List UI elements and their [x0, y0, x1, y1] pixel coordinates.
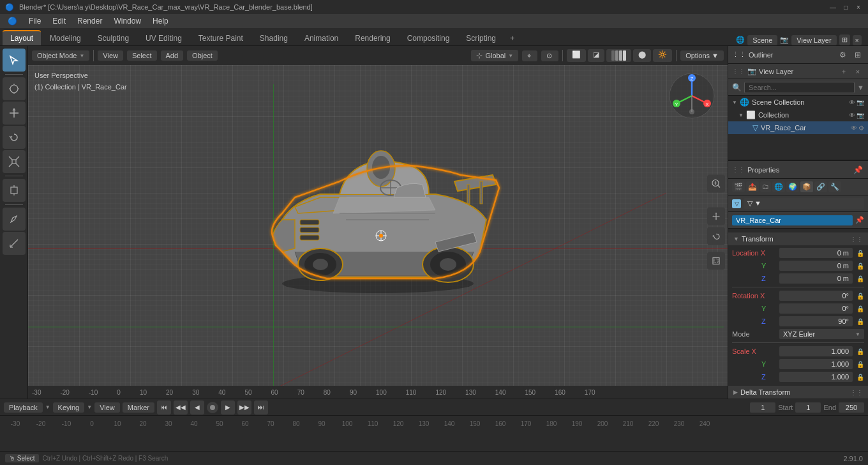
cursor-tool-btn[interactable] — [3, 77, 26, 100]
menu-help[interactable]: Help — [147, 15, 174, 27]
menu-file[interactable]: File — [24, 15, 46, 27]
props-mode-output[interactable]: 📤 — [746, 181, 759, 192]
menu-blender[interactable]: 🔵 — [3, 15, 22, 27]
xray-btn[interactable]: ◪ — [588, 49, 604, 62]
orbit-btn[interactable] — [707, 227, 725, 245]
location-y-val[interactable]: 0 m — [779, 261, 853, 271]
vr-race-car-item[interactable]: ▶ ▽ VR_Race_Car 👁 ⚙ — [728, 121, 868, 134]
location-x-lock[interactable]: 🔒 — [857, 250, 864, 257]
wireframe-btn[interactable] — [606, 49, 631, 62]
scene-selector[interactable]: Scene — [747, 35, 777, 45]
tab-modeling[interactable]: Modeling — [42, 31, 89, 45]
scale-y-val[interactable]: 1.000 — [779, 359, 853, 369]
annotate-tool-btn[interactable] — [3, 208, 26, 231]
view-layer-add-btn[interactable]: + — [837, 65, 850, 78]
scene-collection-item[interactable]: ▼ 🌐 Scene Collection 👁 📷 — [728, 96, 868, 109]
tab-uv-editing[interactable]: UV Editing — [138, 31, 190, 45]
close-btn[interactable]: × — [854, 3, 863, 11]
rotation-x-lock[interactable]: 🔒 — [857, 293, 864, 300]
current-frame-input[interactable] — [750, 402, 775, 413]
props-mode-viewlayer[interactable]: 🗂 — [760, 181, 771, 192]
scale-x-lock[interactable]: 🔒 — [857, 348, 864, 355]
transform-section-header[interactable]: ▼ Transform ⋮⋮ — [728, 232, 868, 245]
timeline-view-menu[interactable]: View — [94, 402, 120, 413]
marker-menu[interactable]: Marker — [123, 402, 154, 413]
close-scene-btn[interactable]: × — [853, 35, 862, 45]
tab-layout[interactable]: Layout — [3, 30, 41, 45]
scale-z-val[interactable]: 1.000 — [779, 372, 853, 382]
rotation-x-val[interactable]: 0° — [779, 291, 853, 301]
add-workspace-btn[interactable]: + — [505, 31, 520, 45]
snap-btn[interactable]: ⌖ — [522, 50, 537, 61]
delta-options-icon[interactable]: ⋮⋮ — [850, 389, 863, 396]
viewport[interactable]: Object Mode ▼ View Select Add Object ⊹ G… — [28, 46, 728, 399]
object-menu[interactable]: Object — [187, 50, 218, 61]
select-menu[interactable]: Select — [127, 50, 157, 61]
rotation-z-val[interactable]: 90° — [779, 316, 853, 326]
measure-tool-btn[interactable] — [3, 232, 26, 255]
play-reverse-btn[interactable]: ◀ — [190, 400, 204, 415]
props-mode-object[interactable]: 📦 — [800, 181, 813, 192]
render-region-btn[interactable] — [707, 252, 725, 270]
jump-start-btn[interactable]: ⏮ — [157, 400, 171, 415]
collection-item[interactable]: ▼ ⬜ Collection 👁 📷 — [728, 109, 868, 121]
add-menu[interactable]: Add — [161, 50, 184, 61]
props-pin-btn[interactable]: 📌 — [851, 164, 864, 176]
object-name-display[interactable]: VR_Race_Car — [732, 215, 853, 225]
scene-col-visible[interactable]: 👁 — [849, 99, 855, 106]
render-preview-btn[interactable]: 🔆 — [653, 49, 672, 62]
menu-edit[interactable]: Edit — [47, 15, 71, 27]
location-z-lock[interactable]: 🔒 — [857, 275, 864, 282]
props-mode-constraints[interactable]: 🔗 — [814, 181, 827, 192]
transform-tool-btn[interactable] — [3, 179, 26, 202]
select-tool-btn[interactable] — [3, 49, 26, 72]
props-mode-scene[interactable]: 🌐 — [772, 181, 785, 192]
transform-options-icon[interactable]: ⋮⋮ — [850, 236, 863, 243]
end-frame-input[interactable] — [839, 402, 864, 413]
move-tool-btn[interactable] — [3, 102, 26, 125]
maximize-btn[interactable]: □ — [841, 3, 850, 11]
scale-tool-btn[interactable] — [3, 150, 26, 173]
menu-render[interactable]: Render — [72, 15, 107, 27]
material-preview-btn[interactable]: ⬤ — [633, 49, 651, 62]
tab-shading[interactable]: Shading — [252, 31, 296, 45]
tab-rendering[interactable]: Rendering — [347, 31, 398, 45]
proportional-btn[interactable]: ⊙ — [541, 50, 558, 61]
location-z-val[interactable]: 0 m — [779, 273, 853, 284]
transform-dropdown[interactable]: ⊹ Global ▼ — [471, 50, 518, 61]
tab-animation[interactable]: Animation — [297, 31, 346, 45]
col-render[interactable]: 📷 — [857, 112, 864, 119]
move-viewport-btn[interactable] — [707, 208, 725, 225]
outliner-filter-icon[interactable]: ▼ — [857, 84, 864, 91]
delta-transform-header[interactable]: ▶ Delta Transform ⋮⋮ — [728, 386, 868, 399]
props-mode-modifier[interactable]: 🔧 — [828, 181, 841, 192]
playback-menu[interactable]: Playback — [4, 402, 43, 413]
jump-end-btn[interactable]: ⏭ — [254, 400, 268, 415]
rotation-mode-dropdown[interactable]: XYZ Euler ▼ — [779, 329, 864, 339]
tab-texture-paint[interactable]: Texture Paint — [191, 31, 251, 45]
play-btn[interactable]: ▶ — [221, 400, 235, 415]
object-type-selector[interactable]: ▽ ▼ — [744, 198, 864, 209]
rotation-z-lock[interactable]: 🔒 — [857, 318, 864, 325]
scene-col-render[interactable]: 📷 — [857, 99, 864, 106]
zoom-in-btn[interactable] — [707, 175, 725, 193]
options-btn[interactable]: Options ▼ — [680, 50, 724, 61]
scale-y-lock[interactable]: 🔒 — [857, 361, 864, 368]
outliner-filter-btn[interactable]: ⚙ — [836, 49, 849, 61]
mode-dropdown[interactable]: Object Mode ▼ — [32, 50, 89, 61]
keying-menu[interactable]: Keying — [53, 402, 85, 413]
obj-visible[interactable]: 👁 — [851, 125, 857, 132]
menu-window[interactable]: Window — [108, 15, 146, 27]
location-x-val[interactable]: 0 m — [779, 248, 853, 258]
step-back-btn[interactable]: ◀◀ — [174, 400, 188, 415]
pin-object-btn[interactable]: 📌 — [855, 216, 864, 224]
view-layer-remove-btn[interactable]: × — [851, 65, 864, 78]
scene-expand-btn[interactable]: ⊞ — [839, 34, 850, 45]
props-mode-renderer[interactable]: 🎬 — [732, 181, 745, 192]
col-visible[interactable]: 👁 — [849, 112, 855, 119]
view-menu[interactable]: View — [98, 50, 123, 61]
nav-gizmo[interactable]: Z X Y — [666, 70, 717, 121]
show-overlay-btn[interactable]: ⬜ — [567, 49, 586, 62]
start-frame-input[interactable] — [795, 402, 821, 413]
rotate-tool-btn[interactable] — [3, 126, 26, 149]
